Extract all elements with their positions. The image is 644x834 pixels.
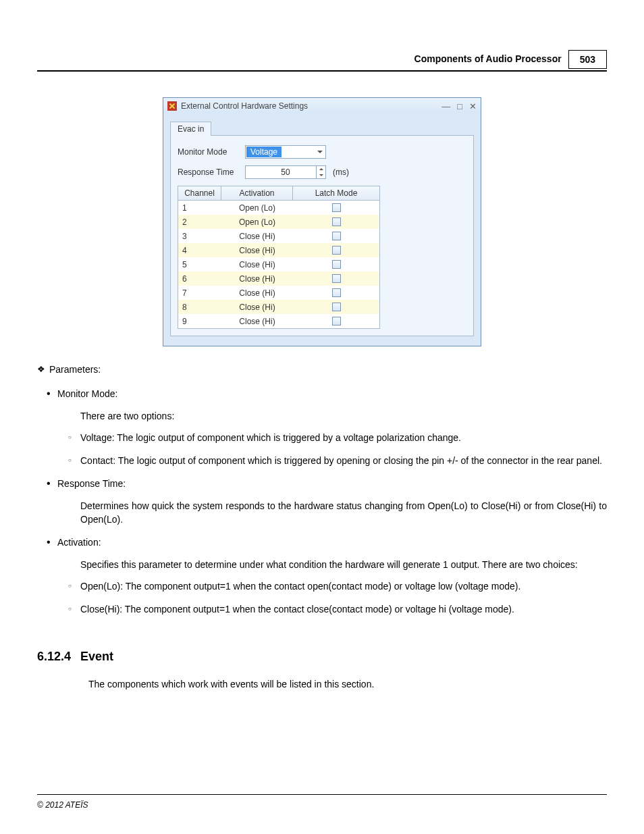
cell-channel: 1 (178, 203, 221, 213)
open-lo-text: Open(Lo): The component output=1 when th… (80, 579, 607, 593)
section-title: Event (80, 648, 113, 665)
monitor-mode-dropdown[interactable]: Voltage (245, 145, 326, 159)
cell-activation[interactable]: Close (Hi) (221, 260, 293, 269)
header-page-number: 503 (568, 50, 607, 69)
grid-row[interactable]: 5Close (Hi) (178, 257, 379, 271)
response-time-input[interactable]: 50 (245, 165, 326, 179)
latch-checkbox[interactable] (332, 217, 341, 226)
monitor-mode-line: There are two options: (57, 409, 607, 423)
col-channel: Channel (178, 186, 221, 200)
section-heading: 6.12.4 Event (37, 648, 607, 665)
monitor-mode-label: Monitor Mode (178, 147, 245, 157)
cell-activation[interactable]: Open (Lo) (221, 217, 293, 227)
section-number: 6.12.4 (37, 648, 71, 665)
grid-row[interactable]: 6Close (Hi) (178, 271, 379, 286)
monitor-mode-heading: Monitor Mode: (57, 388, 117, 399)
cell-channel: 9 (178, 317, 221, 326)
latch-checkbox[interactable] (332, 317, 341, 325)
latch-checkbox[interactable] (332, 303, 341, 311)
latch-checkbox[interactable] (332, 246, 341, 255)
cell-latch-mode (293, 303, 379, 311)
spin-up-icon[interactable] (317, 166, 325, 172)
response-time-value: 50 (281, 167, 290, 177)
cell-latch-mode (293, 246, 379, 255)
cell-latch-mode (293, 203, 379, 212)
response-time-body: Determines how quick the system responds… (57, 499, 607, 527)
latch-checkbox[interactable] (332, 232, 341, 240)
grid-row[interactable]: 3Close (Hi) (178, 229, 379, 243)
window-title: External Control Hardware Settings (181, 101, 308, 111)
tabstrip: Evac in (170, 121, 474, 136)
section-body: The components which work with events wi… (37, 677, 607, 691)
cell-channel: 2 (178, 217, 221, 227)
minimize-icon[interactable]: — (441, 101, 450, 111)
cell-channel: 4 (178, 246, 221, 255)
monitor-mode-value: Voltage (246, 147, 281, 157)
contact-option-text: Contact: The logic output of component w… (80, 454, 607, 467)
header-title: Components of Audio Processor (410, 50, 566, 69)
cell-activation[interactable]: Open (Lo) (221, 203, 293, 213)
cell-activation[interactable]: Close (Hi) (221, 288, 293, 298)
grid-row[interactable]: 4Close (Hi) (178, 243, 379, 257)
col-activation: Activation (221, 186, 293, 200)
response-time-heading: Response Time: (57, 478, 126, 489)
cell-channel: 3 (178, 232, 221, 241)
app-icon (167, 101, 177, 111)
maximize-icon[interactable]: □ (457, 101, 462, 111)
grid-row[interactable]: 7Close (Hi) (178, 286, 379, 300)
cell-channel: 6 (178, 274, 221, 284)
footer-copyright: © 2012 ATEÏS (37, 800, 88, 810)
latch-checkbox[interactable] (332, 203, 341, 212)
cell-latch-mode (293, 288, 379, 297)
parameters-heading: ❖ Parameters: (37, 363, 607, 376)
response-time-label: Response Time (178, 167, 245, 177)
grid-row[interactable]: 8Close (Hi) (178, 300, 379, 314)
dialog-window: External Control Hardware Settings — □ ✕… (163, 97, 481, 346)
diamond-icon: ❖ (37, 363, 45, 376)
footer-rule (37, 794, 607, 795)
cell-latch-mode (293, 217, 379, 226)
grid-row[interactable]: 9Close (Hi) (178, 314, 379, 328)
header-rule (37, 70, 607, 72)
tab-evac-in[interactable]: Evac in (170, 122, 211, 136)
activation-body: Specifies this parameter to determine un… (57, 558, 607, 571)
cell-latch-mode (293, 317, 379, 325)
response-time-unit: (ms) (333, 167, 349, 177)
cell-activation[interactable]: Close (Hi) (221, 246, 293, 255)
grid-row[interactable]: 1Open (Lo) (178, 201, 379, 215)
voltage-option-text: Voltage: The logic output of component w… (80, 431, 607, 444)
cell-channel: 8 (178, 303, 221, 312)
spin-down-icon[interactable] (317, 172, 325, 178)
channel-grid: Channel Activation Latch Mode 1Open (Lo)… (178, 186, 380, 329)
cell-latch-mode (293, 232, 379, 240)
grid-header-row: Channel Activation Latch Mode (178, 186, 379, 201)
latch-checkbox[interactable] (332, 260, 341, 269)
cell-activation[interactable]: Close (Hi) (221, 274, 293, 284)
chevron-down-icon (317, 151, 323, 153)
col-latch-mode: Latch Mode (293, 186, 379, 200)
cell-latch-mode (293, 260, 379, 269)
cell-activation[interactable]: Close (Hi) (221, 303, 293, 312)
cell-activation[interactable]: Close (Hi) (221, 232, 293, 241)
activation-heading: Activation: (57, 537, 101, 548)
cell-latch-mode (293, 274, 379, 283)
latch-checkbox[interactable] (332, 274, 341, 283)
cell-channel: 7 (178, 288, 221, 298)
titlebar: External Control Hardware Settings — □ ✕ (163, 98, 481, 114)
close-hi-text: Close(Hi): The component output=1 when t… (80, 602, 607, 616)
grid-row[interactable]: 2Open (Lo) (178, 215, 379, 229)
close-icon[interactable]: ✕ (469, 101, 477, 111)
page-header: Components of Audio Processor 503 (410, 50, 607, 69)
cell-channel: 5 (178, 260, 221, 269)
latch-checkbox[interactable] (332, 288, 341, 297)
cell-activation[interactable]: Close (Hi) (221, 317, 293, 326)
